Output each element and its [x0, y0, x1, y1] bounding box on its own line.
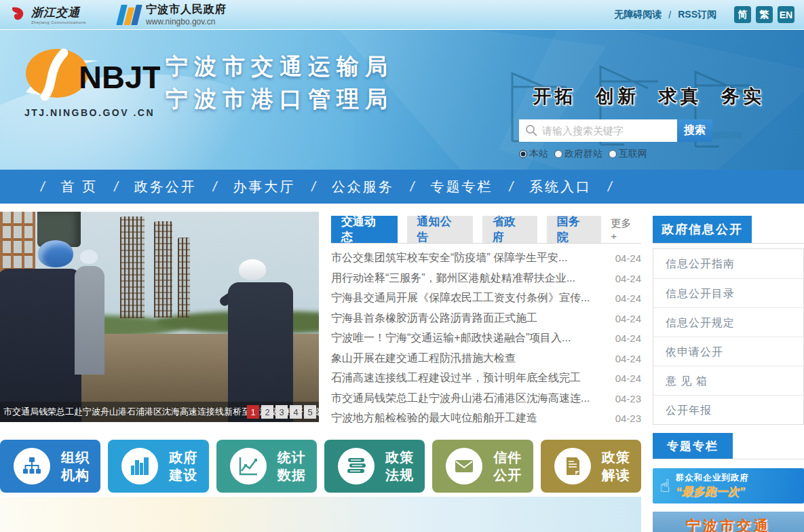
- news-row[interactable]: 宁海县交通局开展《保障农民工工资支付条例》宣传... 04-24: [331, 288, 641, 309]
- nav-item-system-entry[interactable]: 系统入口: [529, 178, 592, 196]
- policies-regulations-button[interactable]: 政策 法规: [324, 440, 425, 493]
- annual-report-link[interactable]: 公开年报: [653, 395, 803, 424]
- language-switcher: 简 繁 EN: [734, 6, 795, 23]
- masthead-banner: NBJT JTJ.NINGBO.GOV .CN 宁波市交通运输局 宁波市港口管理…: [0, 30, 804, 170]
- ningbo-traffic-banner[interactable]: 宁波市交通: [653, 512, 804, 532]
- gov-building-button[interactable]: 政府 建设: [108, 440, 208, 493]
- gov-info-title: 政府信息公开: [653, 216, 752, 243]
- radio-icon: [554, 150, 562, 158]
- buildings-icon: [130, 456, 150, 476]
- policy-interpretation-button[interactable]: 政策 解读: [541, 440, 641, 493]
- nbjt-domain-text: JTJ.NINGBO.GOV .CN: [24, 107, 160, 118]
- radio-icon: [519, 150, 527, 158]
- tab-traffic-news[interactable]: 交通动态: [331, 216, 398, 243]
- news-tabs: 交通动态 通知公告 省政府 国务院 更多 +: [331, 216, 641, 244]
- info-guide-link[interactable]: 信息公开指南: [653, 249, 803, 278]
- org-chart-icon: [22, 456, 42, 476]
- info-on-request-link[interactable]: 依申请公开: [653, 337, 803, 366]
- nav-item-gov-affairs[interactable]: 政务公开: [134, 178, 197, 196]
- zhejiang-logo-title: 浙江交通: [31, 5, 86, 20]
- news-list: 市公交集团筑牢校车安全“防疫墙” 保障学生平安... 04-24 用行动诠释“三…: [331, 248, 641, 429]
- photo-person: [0, 269, 81, 422]
- nav-separator: /: [410, 179, 415, 195]
- news-carousel[interactable]: 市交通局钱荣总工赴宁波舟山港石浦港区沈海高速连接线新桥至石浦段工程开展督查 1 …: [0, 212, 319, 422]
- line-chart-icon: [238, 456, 259, 476]
- photo-helmet-blue: [38, 240, 73, 267]
- nav-separator: /: [213, 179, 217, 195]
- pointing-hand-icon: ☝: [659, 476, 670, 497]
- nav-item-special-columns[interactable]: 专题专栏: [430, 178, 493, 196]
- nav-item-service-hall[interactable]: 办事大厅: [233, 178, 295, 196]
- nav-separator: /: [114, 179, 118, 195]
- search-button[interactable]: 搜索: [677, 119, 712, 142]
- news-row[interactable]: 市交通局钱荣总工赴宁波舟山港石浦港区沈海高速连... 04-23: [331, 389, 641, 409]
- tab-state-council[interactable]: 国务院: [547, 216, 602, 243]
- tab-notices[interactable]: 通知公告: [407, 216, 474, 243]
- photo-rebar-column: [120, 216, 145, 318]
- lang-english-button[interactable]: EN: [778, 6, 795, 23]
- lang-traditional-button[interactable]: 繁: [756, 6, 773, 23]
- accessibility-link[interactable]: 无障碍阅读: [614, 9, 662, 21]
- page: 浙江交通 Zhejiang Communications 宁波市人民政府 www…: [0, 0, 804, 532]
- nav-separator: /: [41, 179, 45, 195]
- news-row[interactable]: 宁波唯一！宁海“交通运输+邮政快递融合”项目入... 04-24: [331, 328, 641, 349]
- mail-disclosure-button[interactable]: 信件 公开: [432, 440, 533, 493]
- topbar-links: 无障碍阅读 / RSS订阅 简 繁 EN: [614, 6, 795, 23]
- svg-text:NBJT: NBJT: [79, 59, 160, 95]
- document-icon: [562, 456, 583, 476]
- zhejiang-communications-logo[interactable]: 浙江交通 Zhejiang Communications: [8, 5, 86, 25]
- gov-info-list: 信息公开指南 信息公开目录 信息公开规定 依申请公开 意 见 箱 公开年报: [653, 248, 804, 425]
- carousel-page-5[interactable]: 5: [304, 405, 316, 419]
- special-column-panel: 专题专栏 ☝ 群众和企业到政府 “最多跑一次” 宁波市交通: [653, 433, 804, 532]
- statistics-button[interactable]: 统计 数据: [216, 440, 317, 493]
- nbjt-logo[interactable]: NBJT JTJ.NINGBO.GOV .CN: [24, 48, 160, 118]
- zhejiang-logo-subtitle: Zhejiang Communications: [31, 20, 86, 24]
- info-rules-link[interactable]: 信息公开规定: [653, 307, 803, 337]
- photo-rebar-column: [154, 221, 172, 318]
- scope-gov-sites-radio[interactable]: 政府群站: [554, 148, 602, 160]
- rss-link[interactable]: RSS订阅: [678, 9, 716, 21]
- news-row[interactable]: 用行动诠释“三服务”，鄞州区港航处精准帮扶企业... 04-24: [331, 269, 641, 289]
- ningbo-gov-logo[interactable]: 宁波市人民政府 www.ningbo.gov.cn: [119, 3, 227, 26]
- news-panel: 交通动态 通知公告 省政府 国务院 更多 + 市公交集团筑牢校车安全“防疫墙” …: [331, 216, 641, 429]
- books-icon: [346, 456, 366, 476]
- nav-item-public-service[interactable]: 公众服务: [332, 178, 394, 196]
- main-nav: / 首 页 / 政务公开 / 办事大厅 / 公众服务 / 专题专栏 / 系统入口…: [0, 170, 804, 204]
- news-row[interactable]: 宁波地方船检检验的最大吨位船舶开工建造 04-23: [331, 408, 641, 429]
- carousel-pager: 1 2 3 4 5: [247, 405, 316, 419]
- carousel-page-2[interactable]: 2: [261, 405, 273, 419]
- nav-separator: /: [311, 179, 315, 195]
- topbar-separator: /: [668, 10, 671, 20]
- more-link[interactable]: 更多 +: [611, 217, 641, 242]
- nav-separator: /: [509, 179, 513, 195]
- tab-provincial-gov[interactable]: 省政府: [482, 216, 537, 243]
- photo-helmet-white: [80, 250, 98, 264]
- gov-info-panel: 政府信息公开 信息公开指南 信息公开目录 信息公开规定 依申请公开 意 见 箱 …: [653, 216, 804, 425]
- radio-icon: [609, 150, 617, 158]
- ningbo-gov-icon: [119, 5, 141, 25]
- site-title-line2: 宁波市港口管理局: [166, 83, 394, 115]
- ningbo-gov-title: 宁波市人民政府: [146, 3, 227, 17]
- quick-link-row: 组织 机构 政府 建设 统计 数据: [0, 440, 641, 493]
- org-structure-button[interactable]: 组织 机构: [0, 440, 100, 493]
- photo-person: [75, 266, 104, 375]
- carousel-page-4[interactable]: 4: [290, 405, 302, 419]
- search-input[interactable]: [519, 119, 677, 142]
- carousel-page-3[interactable]: 3: [275, 405, 288, 419]
- lang-simplified-button[interactable]: 简: [734, 6, 751, 23]
- news-row[interactable]: 石浦高速连接线工程建设过半，预计明年底全线完工 04-24: [331, 368, 641, 389]
- info-catalog-link[interactable]: 信息公开目录: [653, 278, 803, 307]
- news-row[interactable]: 市公交集团筑牢校车安全“防疫墙” 保障学生平安... 04-24: [331, 248, 641, 269]
- carousel-page-1[interactable]: 1: [247, 405, 259, 419]
- nav-item-home[interactable]: 首 页: [61, 178, 98, 196]
- nbjt-logo-icon: NBJT: [24, 48, 160, 103]
- run-once-banner[interactable]: ☝ 群众和企业到政府 “最多跑一次”: [653, 468, 804, 504]
- suggestion-box-link[interactable]: 意 见 箱: [653, 366, 803, 395]
- scope-this-site-radio[interactable]: 本站: [519, 148, 548, 160]
- scope-internet-radio[interactable]: 互联网: [609, 148, 647, 160]
- news-row[interactable]: 宁海县首条橡胶沥青公路沥青路面正式施工 04-24: [331, 309, 641, 329]
- news-row[interactable]: 象山开展在建交通工程防汛措施大检查 04-24: [331, 349, 641, 369]
- special-column-title: 专题专栏: [653, 433, 733, 459]
- bottom-section-background: [0, 497, 641, 532]
- envelope-icon: [454, 456, 474, 476]
